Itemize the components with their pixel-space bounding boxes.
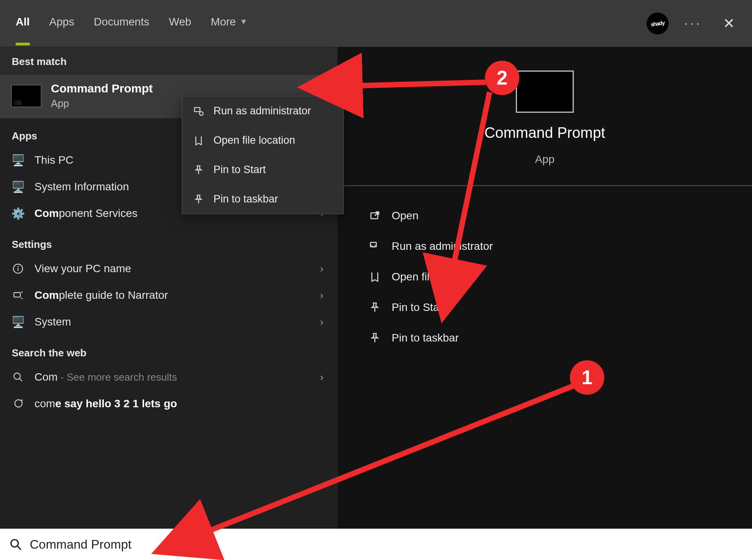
ellipsis-icon: ··· <box>684 16 702 30</box>
run-admin-icon <box>193 106 204 117</box>
chevron-right-icon: › <box>320 289 324 302</box>
tab-documents[interactable]: Documents <box>94 11 150 36</box>
context-open-location[interactable]: Open file location <box>182 126 343 155</box>
pin-icon <box>369 332 381 344</box>
context-pin-taskbar[interactable]: Pin to taskbar <box>182 184 343 214</box>
best-match-subtitle: App <box>51 98 153 110</box>
best-match-title: Command Prompt <box>51 82 153 95</box>
tab-label: Apps <box>49 16 74 28</box>
search-filter-bar: All Apps Documents Web More ▼ shady ··· … <box>0 0 752 47</box>
svg-line-5 <box>20 379 22 381</box>
action-pin-taskbar[interactable]: Pin to taskbar <box>361 326 752 350</box>
preview-title: Command Prompt <box>484 125 605 141</box>
action-run-admin[interactable]: Run as administrator <box>361 235 752 258</box>
user-avatar[interactable]: shady <box>645 11 670 36</box>
open-location-icon <box>193 135 204 146</box>
chat-icon <box>12 397 24 410</box>
close-button[interactable]: ✕ <box>718 12 740 35</box>
chevron-down-icon: ▼ <box>240 17 248 26</box>
pin-icon <box>193 164 204 175</box>
action-open[interactable]: Open <box>361 204 752 228</box>
chevron-right-icon: › <box>320 316 324 328</box>
action-label: Run as administrator <box>392 240 493 253</box>
best-match-texts: Command Prompt App <box>51 82 153 110</box>
search-web-header: Search the web <box>0 335 338 364</box>
options-button[interactable]: ··· <box>684 16 702 31</box>
context-pin-start[interactable]: Pin to Start <box>182 155 343 184</box>
preview-actions: Open Run as administrator Open file loca… <box>338 186 752 350</box>
command-prompt-icon <box>516 70 574 113</box>
chevron-right-icon: › <box>320 371 324 383</box>
svg-point-11 <box>199 112 203 115</box>
chevron-right-icon: › <box>320 263 324 275</box>
menu-label: Open file location <box>213 134 295 146</box>
avatar-text: shady <box>651 19 665 27</box>
tab-all[interactable]: All <box>16 11 30 36</box>
result-label: Complete guide to Narrator <box>34 289 310 302</box>
context-run-admin[interactable]: Run as administrator <box>182 96 343 126</box>
search-icon <box>12 371 24 383</box>
setting-narrator-guide[interactable]: Complete guide to Narrator › <box>0 282 338 309</box>
action-label: Open <box>392 210 419 222</box>
pin-icon <box>369 302 381 313</box>
system-info-icon: 🖥️ <box>12 181 24 193</box>
filter-tabs: All Apps Documents Web More ▼ <box>16 11 647 36</box>
search-bar <box>0 529 752 560</box>
svg-rect-10 <box>195 107 200 112</box>
tab-label: More <box>211 16 236 28</box>
info-icon <box>12 262 24 275</box>
search-input[interactable] <box>30 537 743 552</box>
open-location-icon <box>369 271 381 283</box>
preview-header: Command Prompt App <box>338 47 752 186</box>
tab-label: Documents <box>94 16 150 28</box>
menu-label: Pin to taskbar <box>213 193 278 205</box>
component-services-icon: ⚙️ <box>12 207 24 220</box>
web-result-com[interactable]: Com - See more search results › <box>0 364 338 390</box>
narrator-icon <box>12 289 24 302</box>
search-icon <box>9 538 22 551</box>
action-label: Pin to taskbar <box>392 332 459 344</box>
web-result-come-say-hello[interactable]: come say hello 3 2 1 lets go <box>0 390 338 417</box>
context-menu: Run as administrator Open file location … <box>182 96 344 214</box>
menu-label: Pin to Start <box>213 164 266 176</box>
top-actions: shady ··· ✕ <box>647 12 740 35</box>
settings-header: Settings <box>0 227 338 255</box>
system-icon: 🖥️ <box>12 316 24 328</box>
windows-search-panel: All Apps Documents Web More ▼ shady ··· … <box>0 0 752 560</box>
tab-web[interactable]: Web <box>169 11 191 36</box>
close-icon: ✕ <box>723 15 735 31</box>
svg-rect-7 <box>371 242 376 247</box>
result-label: View your PC name <box>34 262 310 275</box>
tab-label: Web <box>169 16 191 28</box>
menu-label: Run as administrator <box>213 105 311 117</box>
best-match-header: Best match <box>0 47 338 75</box>
svg-point-4 <box>14 373 20 379</box>
action-open-location[interactable]: Open file location <box>361 265 752 289</box>
command-prompt-icon <box>11 85 42 107</box>
svg-rect-3 <box>14 293 20 297</box>
run-admin-icon <box>369 240 381 252</box>
setting-system[interactable]: 🖥️ System › <box>0 309 338 335</box>
this-pc-icon: 🖥️ <box>12 154 24 166</box>
svg-point-14 <box>11 540 18 547</box>
tab-label: All <box>16 16 30 28</box>
result-label: come say hello 3 2 1 lets go <box>34 397 324 410</box>
action-label: Open file location <box>392 271 476 283</box>
tab-more[interactable]: More ▼ <box>211 11 248 36</box>
preview-subtitle: App <box>535 153 555 166</box>
tab-apps[interactable]: Apps <box>49 11 74 36</box>
action-label: Pin to Start <box>392 301 446 314</box>
setting-view-pc-name[interactable]: View your PC name › <box>0 255 338 282</box>
preview-column: Command Prompt App Open Run as administr… <box>338 47 752 529</box>
svg-point-2 <box>17 266 18 267</box>
open-icon <box>369 210 381 222</box>
pin-icon <box>193 194 204 205</box>
action-pin-start[interactable]: Pin to Start <box>361 296 752 319</box>
result-label: System <box>34 316 310 328</box>
svg-line-15 <box>18 546 21 550</box>
result-label: Com - See more search results <box>34 371 310 383</box>
